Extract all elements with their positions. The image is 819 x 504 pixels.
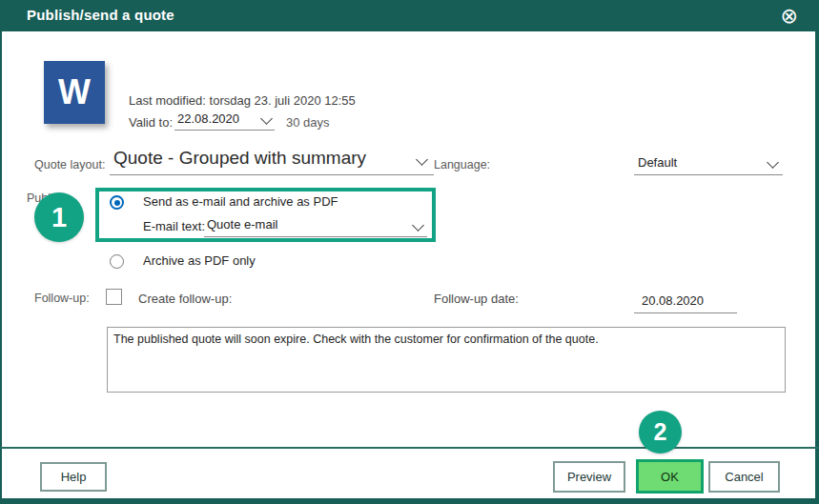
email-text-value: Quote e-mail (207, 217, 277, 232)
create-followup-label: Create follow-up: (138, 292, 232, 306)
quote-layout-value: Quote - Grouped with summary (113, 148, 366, 169)
window-border-right (815, 31, 819, 504)
radio-archive-pdf-label: Archive as PDF only (143, 253, 256, 268)
chevron-down-icon (767, 156, 779, 169)
word-icon-letter: W (58, 72, 91, 112)
radio-archive-pdf-only[interactable] (110, 254, 124, 269)
last-modified-text: Last modified: torsdag 23. juli 2020 12:… (129, 93, 356, 108)
window-border-left (0, 31, 2, 504)
quote-layout-label: Quote layout: (34, 158, 105, 171)
valid-duration-text: 30 days (286, 115, 330, 130)
create-followup-checkbox[interactable] (106, 289, 122, 305)
window-border-bottom (0, 498, 819, 504)
valid-to-date-value: 22.08.2020 (177, 111, 239, 126)
email-text-select[interactable]: Quote e-mail (204, 213, 427, 237)
title-bar: Publish/send a quote ⊗ (0, 0, 819, 31)
followup-note-textarea[interactable]: The published quote will soon expire. Ch… (107, 327, 786, 393)
email-text-label: E-mail text: (143, 219, 205, 233)
step-1-badge: 1 (34, 192, 84, 242)
radio-selected-dot (114, 200, 120, 206)
language-label: Language: (434, 158, 490, 171)
word-document-icon: W (44, 61, 105, 124)
footer-divider (0, 447, 819, 449)
publish-send-quote-dialog: Publish/send a quote ⊗ W Last modified: … (0, 0, 819, 504)
ok-button[interactable]: OK (636, 459, 704, 494)
chevron-down-icon (260, 112, 273, 125)
quote-layout-select[interactable]: Quote - Grouped with summary (110, 145, 434, 175)
followup-date-field[interactable]: 20.08.2020 (634, 286, 737, 313)
dialog-title: Publish/send a quote (27, 7, 174, 23)
followup-label: Follow-up: (34, 292, 90, 305)
radio-send-email-label: Send as e-mail and archive as PDF (143, 194, 338, 209)
help-button[interactable]: Help (40, 462, 107, 492)
cancel-button[interactable]: Cancel (708, 461, 780, 493)
language-value: Default (638, 155, 677, 170)
preview-button[interactable]: Preview (553, 461, 625, 493)
close-icon[interactable]: ⊗ (781, 2, 798, 30)
radio-send-email-and-pdf[interactable] (110, 195, 124, 210)
followup-date-value: 20.08.2020 (642, 293, 704, 308)
valid-to-label: Valid to: (129, 115, 173, 130)
step-2-badge: 2 (639, 411, 682, 454)
followup-date-label: Follow-up date: (434, 292, 519, 306)
valid-to-date-select[interactable]: 22.08.2020 (174, 108, 275, 131)
chevron-down-icon (412, 219, 424, 232)
language-select[interactable]: Default (634, 151, 783, 175)
chevron-down-icon (416, 153, 428, 166)
